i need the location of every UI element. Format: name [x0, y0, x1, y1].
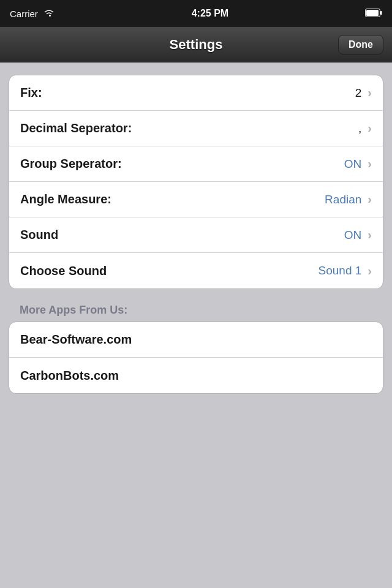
row-label: Decimal Seperator: [20, 121, 132, 135]
row-value-container: Sound 1› [318, 264, 372, 278]
row-value-container: Radian› [325, 192, 372, 206]
content-area: Fix:2›Decimal Seperator:,›Group Seperato… [0, 62, 392, 406]
row-value: Sound 1 [318, 264, 362, 277]
settings-row[interactable]: Angle Measure:Radian› [9, 182, 383, 217]
carrier-label: Carrier [10, 9, 38, 19]
svg-rect-2 [380, 11, 382, 15]
row-label: Choose Sound [20, 264, 107, 278]
row-value: ON [344, 228, 362, 242]
status-bar: Carrier 4:25 PM [0, 0, 392, 27]
row-value-container: ,› [358, 121, 372, 135]
apps-group: Bear-Software.comCarbonBots.com [9, 322, 383, 394]
settings-row[interactable]: SoundON› [9, 217, 383, 253]
done-button[interactable]: Done [338, 35, 383, 55]
row-value: , [358, 122, 361, 135]
row-label: Angle Measure: [20, 192, 111, 206]
settings-row[interactable]: Fix:2› [9, 75, 383, 111]
row-value-container: ON› [344, 228, 372, 242]
chevron-right-icon: › [368, 228, 372, 242]
row-value-container: 2› [355, 86, 372, 100]
nav-title: Settings [170, 37, 223, 53]
app-link-label: CarbonBots.com [20, 369, 119, 383]
chevron-right-icon: › [368, 264, 372, 278]
app-link-row[interactable]: CarbonBots.com [9, 358, 383, 393]
row-label: Sound [20, 228, 58, 242]
row-value: 2 [355, 86, 362, 100]
row-value-container: ON› [344, 157, 372, 171]
nav-bar: Settings Done [0, 27, 392, 62]
battery-icon [365, 9, 382, 19]
settings-group: Fix:2›Decimal Seperator:,›Group Seperato… [9, 75, 383, 289]
row-label: Group Seperator: [20, 157, 122, 171]
status-left: Carrier [10, 8, 55, 20]
app-link-label: Bear-Software.com [20, 333, 132, 347]
more-apps-header: More Apps From Us: [9, 304, 383, 322]
row-value: Radian [325, 193, 361, 206]
settings-row[interactable]: Decimal Seperator:,› [9, 111, 383, 146]
status-right [365, 9, 382, 19]
settings-row[interactable]: Choose SoundSound 1› [9, 253, 383, 288]
chevron-right-icon: › [368, 157, 372, 171]
chevron-right-icon: › [368, 192, 372, 206]
chevron-right-icon: › [368, 121, 372, 135]
row-value: ON [344, 157, 362, 171]
wifi-icon [43, 8, 55, 20]
row-label: Fix: [20, 86, 42, 100]
settings-row[interactable]: Group Seperator:ON› [9, 146, 383, 182]
chevron-right-icon: › [368, 86, 372, 100]
app-link-row[interactable]: Bear-Software.com [9, 322, 383, 358]
svg-rect-1 [366, 10, 379, 16]
status-time: 4:25 PM [192, 8, 228, 19]
